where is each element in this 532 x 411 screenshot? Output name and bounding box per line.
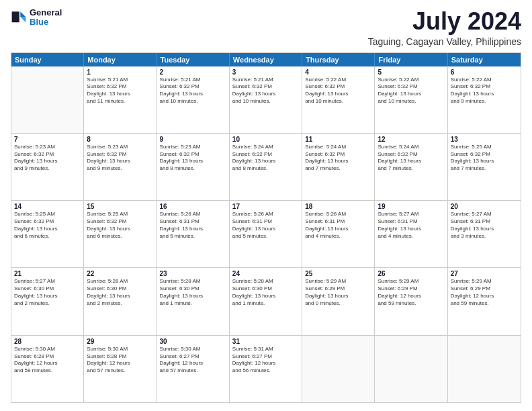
header-day-friday: Friday <box>375 53 447 66</box>
day-info: Sunrise: 5:30 AM Sunset: 6:28 PM Dayligh… <box>14 346 81 375</box>
day-info: Sunrise: 5:28 AM Sunset: 6:30 PM Dayligh… <box>160 278 226 307</box>
calendar-day-12: 12Sunrise: 5:24 AM Sunset: 6:32 PM Dayli… <box>375 134 447 200</box>
calendar-day-6: 6Sunrise: 5:22 AM Sunset: 6:32 PM Daylig… <box>448 66 521 133</box>
day-info: Sunrise: 5:26 AM Sunset: 6:31 PM Dayligh… <box>305 211 371 240</box>
day-info: Sunrise: 5:26 AM Sunset: 6:31 PM Dayligh… <box>160 211 226 240</box>
calendar-day-28: 28Sunrise: 5:30 AM Sunset: 6:28 PM Dayli… <box>11 336 84 402</box>
calendar-day-9: 9Sunrise: 5:23 AM Sunset: 6:32 PM Daylig… <box>157 134 230 200</box>
day-info: Sunrise: 5:25 AM Sunset: 6:32 PM Dayligh… <box>451 144 518 173</box>
day-number: 31 <box>232 338 299 345</box>
calendar-day-22: 22Sunrise: 5:28 AM Sunset: 6:30 PM Dayli… <box>84 268 157 334</box>
day-info: Sunrise: 5:25 AM Sunset: 6:32 PM Dayligh… <box>87 211 153 240</box>
day-info: Sunrise: 5:28 AM Sunset: 6:30 PM Dayligh… <box>232 278 299 307</box>
day-number: 8 <box>87 136 153 143</box>
calendar-day-20: 20Sunrise: 5:27 AM Sunset: 6:31 PM Dayli… <box>448 201 521 267</box>
day-info: Sunrise: 5:27 AM Sunset: 6:31 PM Dayligh… <box>451 211 518 240</box>
day-number: 3 <box>232 68 299 76</box>
header-day-saturday: Saturday <box>448 53 521 66</box>
day-info: Sunrise: 5:31 AM Sunset: 6:27 PM Dayligh… <box>232 346 299 375</box>
page: General Blue July 2024 Taguing, Cagayan … <box>0 0 532 411</box>
calendar-day-1: 1Sunrise: 5:21 AM Sunset: 6:32 PM Daylig… <box>84 66 157 133</box>
day-number: 7 <box>14 136 81 143</box>
calendar-day-21: 21Sunrise: 5:27 AM Sunset: 6:30 PM Dayli… <box>11 268 84 334</box>
day-number: 20 <box>451 203 518 210</box>
day-info: Sunrise: 5:29 AM Sunset: 6:29 PM Dayligh… <box>451 278 518 307</box>
day-number: 19 <box>378 203 444 210</box>
header-day-thursday: Thursday <box>302 53 375 66</box>
calendar-week-2: 7Sunrise: 5:23 AM Sunset: 6:32 PM Daylig… <box>11 134 521 201</box>
calendar-day-13: 13Sunrise: 5:25 AM Sunset: 6:32 PM Dayli… <box>448 134 521 200</box>
day-number: 29 <box>87 338 153 345</box>
calendar-day-8: 8Sunrise: 5:23 AM Sunset: 6:32 PM Daylig… <box>84 134 157 200</box>
logo: General Blue <box>11 8 62 28</box>
day-number: 17 <box>232 203 299 210</box>
day-info: Sunrise: 5:23 AM Sunset: 6:32 PM Dayligh… <box>160 144 226 173</box>
day-number: 6 <box>451 68 518 76</box>
day-info: Sunrise: 5:22 AM Sunset: 6:32 PM Dayligh… <box>305 77 371 105</box>
calendar-empty-cell <box>448 336 521 402</box>
header-day-tuesday: Tuesday <box>157 53 230 66</box>
calendar-day-3: 3Sunrise: 5:21 AM Sunset: 6:32 PM Daylig… <box>230 66 302 133</box>
day-number: 18 <box>305 203 371 210</box>
calendar-day-16: 16Sunrise: 5:26 AM Sunset: 6:31 PM Dayli… <box>157 201 230 267</box>
day-number: 24 <box>232 270 299 277</box>
svg-marker-0 <box>20 11 26 17</box>
calendar-empty-cell <box>375 336 447 402</box>
header-day-wednesday: Wednesday <box>230 53 302 66</box>
day-number: 23 <box>160 270 226 277</box>
day-info: Sunrise: 5:28 AM Sunset: 6:30 PM Dayligh… <box>87 278 153 307</box>
day-info: Sunrise: 5:27 AM Sunset: 6:31 PM Dayligh… <box>378 211 444 240</box>
calendar-body: 1Sunrise: 5:21 AM Sunset: 6:32 PM Daylig… <box>11 66 521 402</box>
calendar-day-7: 7Sunrise: 5:23 AM Sunset: 6:32 PM Daylig… <box>11 134 84 200</box>
calendar: SundayMondayTuesdayWednesdayThursdayFrid… <box>11 52 521 403</box>
day-number: 10 <box>232 136 299 143</box>
day-number: 9 <box>160 136 226 143</box>
day-info: Sunrise: 5:22 AM Sunset: 6:32 PM Dayligh… <box>378 77 444 105</box>
header-day-monday: Monday <box>84 53 157 66</box>
calendar-day-5: 5Sunrise: 5:22 AM Sunset: 6:32 PM Daylig… <box>375 66 447 133</box>
calendar-day-18: 18Sunrise: 5:26 AM Sunset: 6:31 PM Dayli… <box>302 201 375 267</box>
day-info: Sunrise: 5:21 AM Sunset: 6:32 PM Dayligh… <box>160 77 226 105</box>
day-number: 15 <box>87 203 153 210</box>
day-number: 13 <box>451 136 518 143</box>
calendar-day-26: 26Sunrise: 5:29 AM Sunset: 6:29 PM Dayli… <box>375 268 447 334</box>
calendar-day-19: 19Sunrise: 5:27 AM Sunset: 6:31 PM Dayli… <box>375 201 447 267</box>
calendar-empty-cell <box>11 66 84 133</box>
calendar-empty-cell <box>302 336 375 402</box>
calendar-day-15: 15Sunrise: 5:25 AM Sunset: 6:32 PM Dayli… <box>84 201 157 267</box>
day-number: 14 <box>14 203 81 210</box>
day-number: 27 <box>451 270 518 277</box>
calendar-week-1: 1Sunrise: 5:21 AM Sunset: 6:32 PM Daylig… <box>11 66 521 134</box>
calendar-week-3: 14Sunrise: 5:25 AM Sunset: 6:32 PM Dayli… <box>11 201 521 268</box>
day-number: 25 <box>305 270 371 277</box>
day-info: Sunrise: 5:21 AM Sunset: 6:32 PM Dayligh… <box>87 77 153 105</box>
day-number: 28 <box>14 338 81 345</box>
logo-line2: Blue <box>30 17 62 27</box>
calendar-day-4: 4Sunrise: 5:22 AM Sunset: 6:32 PM Daylig… <box>302 66 375 133</box>
calendar-day-23: 23Sunrise: 5:28 AM Sunset: 6:30 PM Dayli… <box>157 268 230 334</box>
day-info: Sunrise: 5:26 AM Sunset: 6:31 PM Dayligh… <box>232 211 299 240</box>
day-info: Sunrise: 5:24 AM Sunset: 6:32 PM Dayligh… <box>378 144 444 173</box>
calendar-day-11: 11Sunrise: 5:24 AM Sunset: 6:32 PM Dayli… <box>302 134 375 200</box>
day-info: Sunrise: 5:27 AM Sunset: 6:30 PM Dayligh… <box>14 278 81 307</box>
calendar-header: SundayMondayTuesdayWednesdayThursdayFrid… <box>11 53 521 66</box>
day-number: 22 <box>87 270 153 277</box>
svg-rect-2 <box>12 11 19 22</box>
logo-text: General Blue <box>30 8 62 28</box>
calendar-day-17: 17Sunrise: 5:26 AM Sunset: 6:31 PM Dayli… <box>230 201 302 267</box>
day-number: 26 <box>378 270 444 277</box>
subtitle: Taguing, Cagayan Valley, Philippines <box>368 36 521 47</box>
day-info: Sunrise: 5:30 AM Sunset: 6:28 PM Dayligh… <box>87 346 153 375</box>
calendar-day-27: 27Sunrise: 5:29 AM Sunset: 6:29 PM Dayli… <box>448 268 521 334</box>
header: General Blue July 2024 Taguing, Cagayan … <box>11 8 521 47</box>
day-number: 21 <box>14 270 81 277</box>
day-number: 4 <box>305 68 371 76</box>
calendar-day-25: 25Sunrise: 5:29 AM Sunset: 6:29 PM Dayli… <box>302 268 375 334</box>
header-day-sunday: Sunday <box>11 53 84 66</box>
logo-line1: General <box>30 8 62 17</box>
day-info: Sunrise: 5:24 AM Sunset: 6:32 PM Dayligh… <box>305 144 371 173</box>
day-number: 12 <box>378 136 444 143</box>
day-info: Sunrise: 5:25 AM Sunset: 6:32 PM Dayligh… <box>14 211 81 240</box>
day-number: 16 <box>160 203 226 210</box>
day-number: 5 <box>378 68 444 76</box>
